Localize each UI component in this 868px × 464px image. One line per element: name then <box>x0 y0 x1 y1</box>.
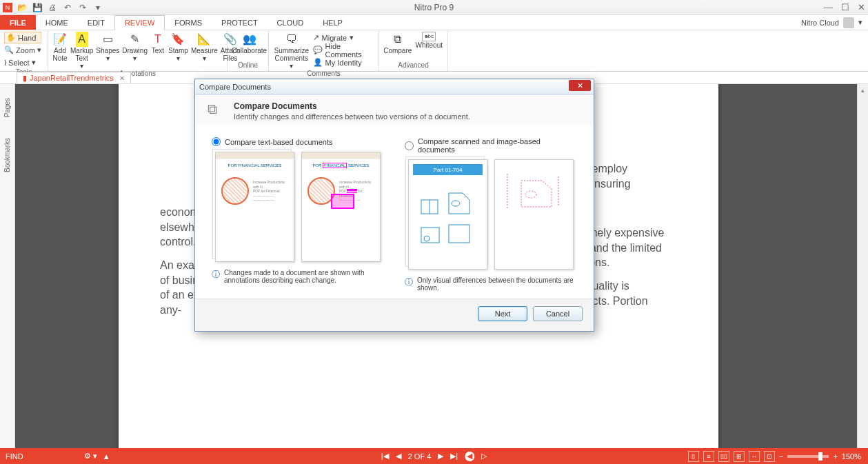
dialog-heading: Compare Documents <box>234 101 470 111</box>
radio-image-based-input[interactable] <box>405 141 414 150</box>
svg-rect-3 <box>421 228 439 243</box>
scan-compare-thumb-2 <box>494 159 574 270</box>
radio-image-based[interactable]: Compare scanned and image-based document… <box>405 137 577 154</box>
info-image-based: ⓘ Only visual differences between the do… <box>405 276 577 292</box>
text-compare-thumb-2: FOR FINANCIAL SERVICES Increase Producti… <box>301 152 381 262</box>
compare-documents-dialog: Compare Documents ✕ ⧉ Compare Documents … <box>194 79 594 332</box>
dialog-title-bar[interactable]: Compare Documents ✕ <box>195 79 594 94</box>
cancel-button[interactable]: Cancel <box>533 306 583 321</box>
option-image-based: Compare scanned and image-based document… <box>405 137 577 292</box>
scan-compare-thumb-1: Part 01-704 <box>408 159 487 270</box>
radio-text-based-input[interactable] <box>212 137 221 146</box>
info-text-based: ⓘ Changes made to a document are shown w… <box>212 269 384 284</box>
radio-text-based[interactable]: Compare text-based documents <box>212 137 384 146</box>
dialog-body: Compare text-based documents FOR FINANCI… <box>195 125 594 299</box>
svg-point-2 <box>452 201 460 206</box>
text-compare-thumb-1: FOR FINANCIAL SERVICES Increase Producti… <box>215 152 294 262</box>
svg-rect-5 <box>449 225 470 243</box>
info-icon: ⓘ <box>405 276 413 288</box>
info-icon: ⓘ <box>212 269 220 281</box>
dialog-overlay: Compare Documents ✕ ⧉ Compare Documents … <box>0 0 868 464</box>
dialog-title: Compare Documents <box>199 83 271 91</box>
svg-point-6 <box>525 191 536 198</box>
dialog-close-button[interactable]: ✕ <box>569 80 591 91</box>
next-button[interactable]: Next <box>478 306 527 321</box>
dialog-description: Identify changes and differences between… <box>234 112 470 121</box>
dialog-footer: Next Cancel <box>195 299 594 331</box>
dialog-header-icon: ⧉ <box>208 101 227 121</box>
svg-point-4 <box>424 236 430 241</box>
dialog-header: ⧉ Compare Documents Identify changes and… <box>195 94 594 125</box>
option-text-based: Compare text-based documents FOR FINANCI… <box>212 137 384 292</box>
